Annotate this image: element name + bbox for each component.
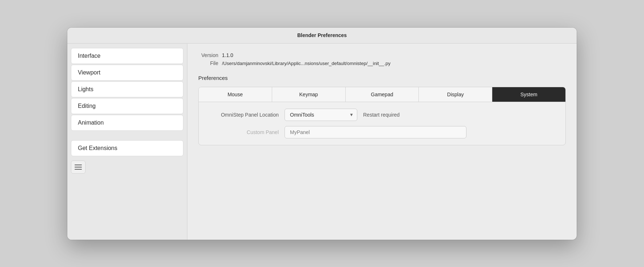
- preferences-section-label: Preferences: [198, 75, 566, 81]
- restart-notice: Restart required: [363, 112, 399, 118]
- tab-system[interactable]: System: [492, 87, 565, 102]
- sidebar-item-interface[interactable]: Interface: [71, 48, 183, 64]
- version-value: 1.1.0: [222, 52, 233, 58]
- tab-keymap[interactable]: Keymap: [272, 87, 346, 102]
- custom-panel-label: Custom Panel: [206, 129, 279, 135]
- sidebar-divider: [71, 132, 183, 137]
- panel-location-label: OmniStep Panel Location: [206, 112, 279, 118]
- tab-gamepad[interactable]: Gamepad: [346, 87, 419, 102]
- info-section: Version 1.1.0 File /Users/damjanminovski…: [198, 52, 566, 66]
- sidebar-menu-button[interactable]: [71, 161, 86, 174]
- content-area: Interface Viewport Lights Editing Animat…: [67, 44, 577, 240]
- preferences-window: Blender Preferences Interface Viewport L…: [67, 28, 577, 240]
- menu-line-1: [75, 165, 82, 165]
- sidebar-item-viewport[interactable]: Viewport: [71, 65, 183, 81]
- file-label: File: [198, 60, 218, 66]
- sidebar-item-lights[interactable]: Lights: [71, 81, 183, 97]
- version-label: Version: [198, 52, 218, 58]
- main-content: Version 1.1.0 File /Users/damjanminovski…: [187, 44, 577, 240]
- sidebar-item-animation[interactable]: Animation: [71, 115, 183, 131]
- panel-location-select[interactable]: OmniTools Properties N-Panel Custom: [285, 109, 357, 121]
- version-row: Version 1.1.0: [198, 52, 566, 58]
- system-panel-content: OmniStep Panel Location OmniTools Proper…: [199, 102, 565, 145]
- file-row: File /Users/damjanminovski/Library/Appli…: [198, 60, 566, 66]
- menu-line-3: [75, 169, 82, 170]
- window-title: Blender Preferences: [297, 32, 347, 38]
- tabs-row: Mouse Keymap Gamepad Display System: [199, 87, 565, 102]
- custom-panel-input[interactable]: [285, 126, 466, 138]
- sidebar: Interface Viewport Lights Editing Animat…: [67, 44, 187, 240]
- tab-display[interactable]: Display: [419, 87, 492, 102]
- panel-location-row: OmniStep Panel Location OmniTools Proper…: [206, 109, 558, 121]
- titlebar: Blender Preferences: [67, 28, 577, 44]
- sidebar-item-editing[interactable]: Editing: [71, 98, 183, 114]
- tab-mouse[interactable]: Mouse: [199, 87, 272, 102]
- sidebar-item-get-extensions[interactable]: Get Extensions: [71, 140, 183, 156]
- file-value: /Users/damjanminovski/Library/Applic...n…: [222, 61, 390, 66]
- tabs-container: Mouse Keymap Gamepad Display System Omni…: [198, 87, 566, 145]
- custom-panel-row: Custom Panel: [206, 126, 558, 138]
- panel-location-select-wrapper: OmniTools Properties N-Panel Custom ▼: [285, 109, 357, 121]
- menu-line-2: [75, 167, 82, 167]
